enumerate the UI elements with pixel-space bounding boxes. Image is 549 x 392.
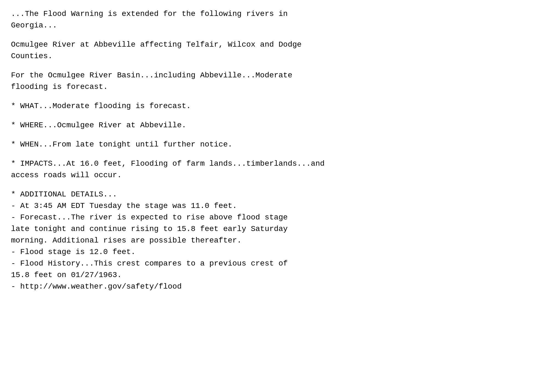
additional-details-url[interactable]: - http://www.weather.gov/safety/flood (11, 281, 533, 292)
what-paragraph: * WHAT...Moderate flooding is forecast. (11, 100, 533, 112)
additional-details-line2: - At 3:45 AM EDT Tuesday the stage was 1… (11, 200, 533, 212)
additional-details-section: * ADDITIONAL DETAILS... - At 3:45 AM EDT… (11, 189, 533, 292)
where-paragraph: * WHERE...Ocmulgee River at Abbeville. (11, 120, 533, 131)
additional-details-header: * ADDITIONAL DETAILS... (11, 189, 533, 200)
additional-details-forecast: - Forecast...The river is expected to ri… (11, 212, 533, 246)
main-content: ...The Flood Warning is extended for the… (11, 8, 533, 292)
additional-details-flood-stage: - Flood stage is 12.0 feet. (11, 246, 533, 258)
location-paragraph: Ocmulgee River at Abbeville affecting Te… (11, 39, 533, 62)
additional-details-history: - Flood History...This crest compares to… (11, 258, 533, 281)
intro-paragraph: ...The Flood Warning is extended for the… (11, 8, 533, 31)
when-paragraph: * WHEN...From late tonight until further… (11, 139, 533, 150)
basin-paragraph: For the Ocmulgee River Basin...including… (11, 70, 533, 93)
impacts-paragraph: * IMPACTS...At 16.0 feet, Flooding of fa… (11, 158, 533, 181)
